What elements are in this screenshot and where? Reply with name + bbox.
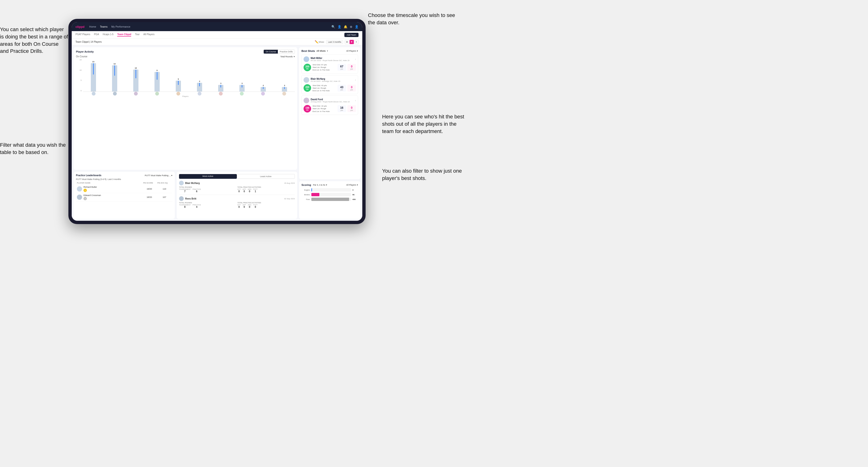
tab-pga[interactable]: PGA bbox=[94, 33, 99, 36]
best-shots-title: Best Shots bbox=[302, 50, 315, 52]
arg-value-2: 0 bbox=[248, 206, 251, 208]
toggle-practice-drills[interactable]: Practice Drills bbox=[278, 50, 294, 54]
stat-gtt-2: GTT 0 bbox=[238, 204, 241, 208]
all-shots-filter[interactable]: All Shots bbox=[316, 50, 326, 52]
score-richard: 19/20 bbox=[142, 188, 156, 190]
shot-card-1[interactable]: Matt Miller 09 Jun 2023 · Royal North De… bbox=[302, 54, 358, 73]
period-dropdown[interactable]: Last 3 months bbox=[326, 40, 343, 44]
bar-highlight bbox=[114, 65, 115, 76]
search-icon[interactable]: 🔍 bbox=[331, 25, 335, 29]
stat-arg-1: ARG 0 bbox=[248, 188, 251, 193]
stat-group-rounds-2: Total Rounds Tournament 8 Practice bbox=[179, 202, 236, 208]
shot-card-2[interactable]: Blair McHarg 23 Jul 2023 · Ashridge GC, … bbox=[302, 75, 358, 94]
app-label: APP bbox=[243, 188, 246, 190]
chart-subheader: On Course Total Rounds ▾ bbox=[76, 55, 295, 58]
shot-avatar-2 bbox=[304, 77, 309, 83]
toggle-on-course[interactable]: On Course bbox=[264, 50, 278, 54]
tab-all-players[interactable]: All Players bbox=[144, 33, 154, 36]
annotation-player-select-text: You can select which player is doing the… bbox=[0, 26, 68, 54]
table-row: Edward Crossman 2 18/20 107 bbox=[76, 193, 173, 201]
badge-suffix-1: SG bbox=[306, 68, 309, 69]
x-label-group bbox=[261, 92, 265, 96]
eagles-bar-container bbox=[311, 188, 351, 191]
tab-most-active[interactable]: Most Active bbox=[179, 174, 237, 179]
shot-metric-2a: 43 yds bbox=[338, 85, 346, 92]
eagles-label: Eagles bbox=[302, 189, 310, 191]
nav-home[interactable]: Home bbox=[89, 25, 96, 28]
y-label-5: 5 bbox=[81, 79, 82, 81]
activity-card-title: Player Activity bbox=[76, 50, 94, 53]
shot-metric-3b: 0 yds bbox=[347, 105, 356, 112]
app-logo: clippd bbox=[75, 25, 85, 29]
bar-highlight bbox=[263, 87, 264, 89]
x-label-group bbox=[240, 92, 244, 96]
player-cell-1: Richard Butler 1 bbox=[77, 186, 141, 192]
bell-icon[interactable]: 🔔 bbox=[344, 25, 347, 29]
all-players-filter[interactable]: All Players ▾ bbox=[346, 50, 358, 52]
nav-my-performance[interactable]: My Performance bbox=[111, 25, 130, 28]
list-view-btn[interactable]: ♥ bbox=[349, 40, 354, 44]
practice-value-1: 6 bbox=[192, 190, 201, 193]
annotation-player-select: You can select which player is doing the… bbox=[0, 26, 68, 55]
tab-least-active[interactable]: Least Active bbox=[237, 174, 295, 179]
metric-lbl-3b: yds bbox=[349, 110, 354, 111]
nav-teams[interactable]: Teams bbox=[100, 25, 107, 28]
rank-badge-1: 1 bbox=[84, 189, 87, 192]
chart-subtitle: On Course bbox=[76, 55, 87, 58]
scoring-title: Scoring bbox=[302, 184, 311, 186]
shot-badge-2: 200 SG bbox=[304, 84, 311, 92]
metric-lbl-3a: yds bbox=[339, 110, 345, 111]
chevron-down-scoring-players: ▾ bbox=[357, 184, 358, 186]
people-icon[interactable]: 👤 bbox=[338, 25, 341, 29]
tab-pgat-players[interactable]: PGAT Players bbox=[75, 33, 90, 36]
x-label-group bbox=[282, 92, 286, 96]
par-filter[interactable]: Par 3, 4 & 5s ▾ bbox=[313, 184, 327, 186]
x-avatar bbox=[198, 92, 202, 96]
x-label-group bbox=[219, 92, 223, 96]
best-shots-card: Best Shots All Shots ▾ All Players ▾ bbox=[299, 47, 361, 179]
stat-practice-2: Practice 4 bbox=[192, 204, 201, 208]
avatar-icon[interactable]: 👤 bbox=[355, 25, 359, 29]
shot-player-meta-1: 09 Jun 2023 · Royal North Devon GC, Hole… bbox=[311, 59, 353, 62]
table-view-btn[interactable]: ≡ bbox=[354, 40, 359, 44]
stat-tournament-1: Tournament 7 bbox=[179, 188, 191, 193]
bar-group: 5 bbox=[168, 59, 188, 92]
x-label-group bbox=[155, 92, 159, 96]
edit-icon[interactable]: ✏️ bbox=[315, 40, 318, 44]
x-avatar bbox=[134, 92, 138, 96]
tab-hcaps[interactable]: Hcaps 1-5 bbox=[103, 33, 114, 36]
avg-richard: 110 bbox=[157, 188, 172, 190]
bar-group: 13 bbox=[83, 59, 103, 92]
bar-value-label: 2 bbox=[263, 85, 264, 87]
x-avatar bbox=[219, 92, 223, 96]
chart-filter-dropdown[interactable]: Total Rounds ▾ bbox=[280, 55, 295, 58]
leaderboard-dropdown[interactable]: PUTT Must Make Putting ... ▾ bbox=[145, 174, 173, 177]
shot-card-3[interactable]: David Ford 24 Aug 2023 · Royal North Dev… bbox=[302, 96, 358, 115]
bar-highlight bbox=[242, 85, 243, 88]
stat-app-2: APP 0 bbox=[243, 204, 246, 208]
shot-player-meta-2: 23 Jul 2023 · Ashridge GC, Hole 15 bbox=[311, 80, 353, 82]
putt-value-1: 1 bbox=[253, 190, 257, 193]
bar bbox=[218, 85, 223, 92]
gtt-label: GTT bbox=[238, 188, 241, 190]
add-circle-icon[interactable]: ⊕ bbox=[350, 25, 352, 29]
shot-info-text-1: Shot Dist: 67 yds Start Lie: Rough End L… bbox=[312, 63, 336, 71]
pars-bar-container bbox=[311, 198, 351, 201]
scoring-card: Scoring Par 3, 4 & 5s ▾ All Players ▾ Ea… bbox=[299, 181, 361, 219]
tab-team-clippd[interactable]: Team Clippd bbox=[117, 33, 131, 36]
grid-view-btn[interactable]: ⊞ bbox=[345, 40, 349, 44]
rounds-title-2: Total Rounds bbox=[179, 202, 236, 204]
metric-val-1b: 0 bbox=[349, 65, 354, 68]
scoring-players-filter[interactable]: All Players ▾ bbox=[346, 184, 358, 186]
stat-arg-2: ARG 0 bbox=[248, 204, 251, 208]
shot-player-info-2: Blair McHarg 23 Jul 2023 · Ashridge GC, … bbox=[311, 77, 353, 82]
add-team-button[interactable]: Add Team bbox=[344, 33, 359, 37]
par-filter-label: Par 3, 4 & 5s bbox=[313, 184, 325, 186]
all-players-label: All Players bbox=[346, 50, 356, 52]
x-avatar bbox=[92, 92, 96, 96]
eagles-bar bbox=[311, 188, 312, 191]
tab-tour[interactable]: Tour bbox=[135, 33, 140, 36]
stat-row-practice-2: GTT 0 APP 0 ARG bbox=[238, 204, 295, 208]
x-avatar bbox=[282, 92, 286, 96]
chevron-down-shots[interactable]: ▾ bbox=[327, 50, 328, 52]
